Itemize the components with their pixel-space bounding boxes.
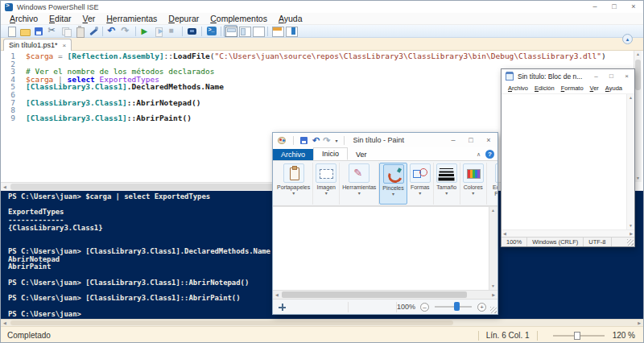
paint-tab-archivo[interactable]: Archivo (273, 149, 313, 160)
resize-grip[interactable] (490, 307, 497, 313)
notepad-menu-edicion[interactable]: Edición (531, 85, 558, 92)
scroll-left-icon[interactable]: ◀ (503, 232, 506, 236)
notepad-text-area[interactable]: ▲ ▼ (502, 94, 634, 229)
paint-tab-inicio[interactable]: Inicio (313, 147, 348, 160)
scroll-right-icon[interactable]: ▶ (630, 232, 633, 236)
ribbon-group-herramientas[interactable]: Herramientas▾ (340, 163, 379, 205)
notepad-horizontal-scrollbar[interactable]: ◀ ▶ (502, 229, 634, 237)
ribbon-group-portapapeles[interactable]: Portapapeles▾ (275, 163, 313, 205)
scroll-left-icon[interactable]: ◀ (275, 293, 279, 297)
menu-complementos[interactable]: Complementos (204, 14, 273, 23)
maximize-button[interactable]: □ (462, 133, 480, 147)
scroll-down-icon[interactable]: ▼ (491, 284, 495, 288)
ribbon-right-controls: ∧ ? (477, 150, 494, 159)
resize-grip[interactable] (627, 239, 634, 246)
ribbon-group-pinceles[interactable]: Pinceles▾ (379, 163, 407, 205)
zoom-slider-thumb[interactable] (454, 302, 460, 311)
close-button[interactable]: × (619, 69, 634, 83)
minimize-button[interactable]: – (444, 133, 462, 147)
save-icon[interactable] (299, 136, 308, 145)
scroll-right-icon[interactable]: ▶ (638, 321, 641, 325)
undo-button[interactable] (105, 25, 119, 37)
menu-ver[interactable]: Ver (76, 14, 101, 23)
scrollbar-thumb[interactable] (635, 60, 641, 90)
lines-button[interactable] (436, 163, 457, 183)
scroll-down-icon[interactable]: ▼ (636, 176, 640, 180)
menu-herramientas[interactable]: Herramientas (101, 14, 163, 23)
paint-tab-ver[interactable]: Ver (348, 149, 375, 160)
menu-archivo[interactable]: Archivo (4, 14, 43, 23)
clear-console-button[interactable] (86, 25, 100, 37)
undo-icon[interactable]: ↶ (312, 136, 320, 145)
tab-sin-titulo1[interactable]: Sin título1.ps1* × (3, 39, 72, 51)
menu-ayuda[interactable]: Ayuda (273, 14, 308, 23)
zoom-out-button[interactable]: – (420, 303, 429, 312)
paint3d-button[interactable] (495, 163, 497, 183)
notepad-menu-formato[interactable]: Formato (558, 85, 587, 92)
open-script-button[interactable] (18, 25, 31, 37)
zoom-slider[interactable] (553, 335, 605, 337)
show-script-top-button[interactable] (270, 25, 284, 37)
qat-dropdown-icon[interactable]: ▾ (335, 138, 337, 143)
clipboard-button[interactable] (283, 163, 304, 183)
hide-script-pane-button[interactable] (622, 34, 633, 44)
paste-button[interactable] (72, 25, 86, 37)
zoom-slider[interactable] (435, 306, 472, 308)
ribbon-group-colores[interactable]: Colores▾ (460, 163, 487, 205)
run-script-button[interactable] (138, 25, 152, 37)
redo-icon[interactable]: ↷ (323, 136, 330, 145)
cut-button[interactable] (45, 25, 59, 37)
scroll-up-icon[interactable]: ▲ (629, 96, 633, 100)
ribbon-group-imagen[interactable]: Imagen▾ (313, 163, 340, 205)
brush-button[interactable] (383, 164, 404, 184)
scrollbar-thumb[interactable] (282, 291, 467, 298)
new-remote-tab-button[interactable] (185, 25, 199, 37)
ribbon-group-editar-con-paint-3d[interactable]: Editar con Paint 3D (487, 163, 497, 205)
ribbon-group-tamano[interactable]: Tamaño▾ (434, 163, 460, 205)
notepad-menu-ver[interactable]: Ver (587, 85, 602, 92)
pencil-button[interactable] (349, 163, 369, 183)
run-selection-button[interactable] (152, 25, 166, 37)
minimize-button[interactable]: – (585, 1, 605, 13)
scroll-left-icon[interactable]: ◀ (3, 185, 6, 189)
show-script-right-button[interactable] (284, 25, 298, 37)
copy-button[interactable] (59, 25, 72, 37)
close-button[interactable]: × (624, 1, 643, 13)
redo-button[interactable] (119, 25, 133, 37)
paint-canvas[interactable]: ▲ ▼ (273, 206, 497, 290)
help-icon[interactable]: ? (485, 150, 494, 159)
selection-button[interactable] (316, 163, 336, 183)
scroll-down-icon[interactable]: ▼ (629, 224, 633, 228)
console-horizontal-scrollbar[interactable]: ◀ ▶ (1, 319, 643, 326)
close-button[interactable]: × (480, 133, 497, 147)
scroll-up-icon[interactable]: ▲ (491, 209, 495, 213)
collapse-ribbon-icon[interactable]: ∧ (477, 151, 481, 158)
layout-maximized-button[interactable] (251, 25, 265, 37)
ribbon-group-formas[interactable]: Formas▾ (407, 163, 434, 205)
scroll-up-icon[interactable]: ▲ (636, 52, 640, 56)
notepad-vertical-scrollbar[interactable]: ▲ ▼ (626, 94, 634, 229)
minimize-button[interactable]: – (588, 69, 604, 83)
stop-button[interactable] (166, 25, 180, 37)
shapes-button[interactable] (410, 163, 431, 183)
notepad-menu-ayuda[interactable]: Ayuda (602, 85, 625, 92)
save-button[interactable] (31, 25, 45, 37)
layout-horizontal-button[interactable] (224, 25, 237, 37)
palette-button[interactable] (463, 163, 484, 183)
maximize-button[interactable]: □ (604, 69, 619, 83)
scroll-right-icon[interactable]: ▶ (492, 293, 495, 297)
menu-editar[interactable]: Editar (43, 14, 76, 23)
notepad-menu-archivo[interactable]: Archivo (505, 85, 531, 92)
restore-button[interactable]: □ (605, 1, 624, 13)
scrollbar-thumb[interactable] (10, 320, 453, 325)
tab-close-icon[interactable]: × (63, 42, 67, 49)
canvas-vertical-scrollbar[interactable]: ▲ ▼ (489, 207, 497, 290)
zoom-in-button[interactable]: + (477, 303, 486, 312)
canvas-horizontal-scrollbar[interactable]: ◀ ▶ (273, 290, 497, 299)
zoom-slider-thumb[interactable] (574, 332, 580, 340)
scroll-left-icon[interactable]: ◀ (3, 321, 6, 325)
layout-vertical-button[interactable] (237, 25, 251, 37)
start-powershell-button[interactable] (204, 25, 218, 37)
menu-depurar[interactable]: Depurar (163, 14, 204, 23)
new-script-button[interactable] (4, 25, 18, 37)
